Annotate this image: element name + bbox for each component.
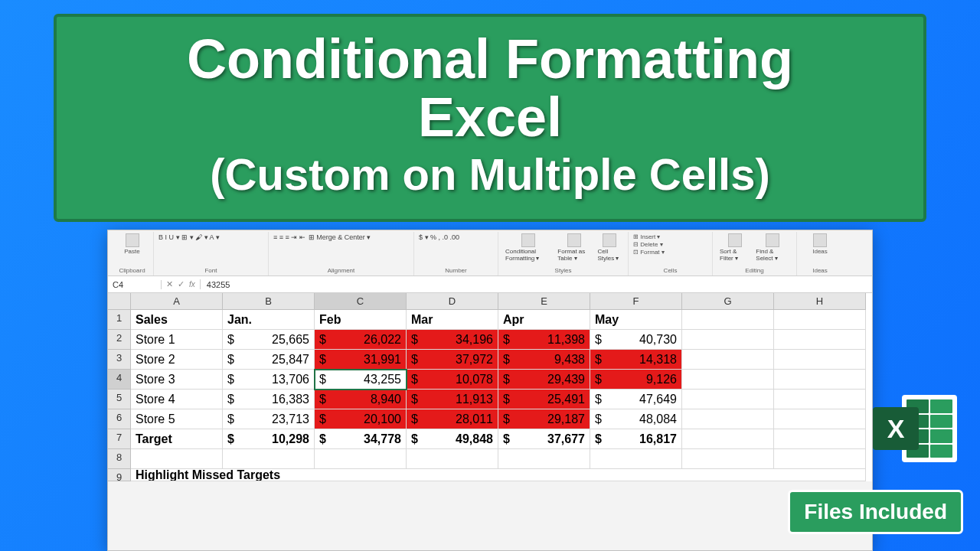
cell-D8[interactable] <box>407 449 498 469</box>
cell-H4[interactable] <box>774 370 866 390</box>
cell-E6[interactable]: $29,187 <box>498 409 590 429</box>
number-controls[interactable]: $ ▾ % , .0 .00 <box>419 233 493 241</box>
cell-D1[interactable]: Mar <box>407 310 498 330</box>
cell-F1[interactable]: May <box>590 310 682 330</box>
cell-G1[interactable] <box>682 310 774 330</box>
cell-C2[interactable]: $26,022 <box>315 330 407 350</box>
cell-D2[interactable]: $34,196 <box>407 330 498 350</box>
cell-E7[interactable]: $37,677 <box>498 429 590 449</box>
sort-filter-button[interactable]: Sort & Filter ▾ <box>717 233 752 262</box>
align-controls[interactable]: ≡ ≡ ≡ ⇥ ⇤ <box>273 233 305 241</box>
cell-A9[interactable]: Highlight Missed Targets <box>131 469 866 481</box>
cancel-icon[interactable]: ✕ <box>166 279 173 289</box>
merge-center-button[interactable]: ⊞ Merge & Center ▾ <box>309 233 371 241</box>
fx-controls[interactable]: ✕ ✓ fx <box>162 279 201 289</box>
cell-B1[interactable]: Jan. <box>223 310 315 330</box>
cell-A1[interactable]: Sales <box>131 310 223 330</box>
cell-C4[interactable]: $43,255 <box>315 370 407 390</box>
cell-F8[interactable] <box>590 449 682 469</box>
cell-H5[interactable] <box>774 390 866 409</box>
cell-C6[interactable]: $20,100 <box>315 409 407 429</box>
cell-G4[interactable] <box>682 370 774 390</box>
format-as-table-button[interactable]: Format as Table ▾ <box>555 233 593 262</box>
formula-value[interactable]: 43255 <box>201 280 237 289</box>
conditional-formatting-button[interactable]: Conditional Formatting ▾ <box>503 233 554 262</box>
cell-F3[interactable]: $14,318 <box>590 350 682 370</box>
cell-G6[interactable] <box>682 409 774 429</box>
cell-C8[interactable] <box>315 449 407 469</box>
delete-button[interactable]: ⊟ Delete ▾ <box>633 241 707 248</box>
select-all-corner[interactable] <box>108 293 131 310</box>
cell-A6[interactable]: Store 5 <box>131 409 223 429</box>
row-header-2[interactable]: 2 <box>108 330 131 350</box>
font-controls[interactable]: B I U ▾ ⊞ ▾ 🖌 ▾ A ▾ <box>158 233 263 241</box>
cell-G8[interactable] <box>682 449 774 469</box>
col-header-G[interactable]: G <box>682 293 774 310</box>
cell-E8[interactable] <box>498 449 590 469</box>
col-header-B[interactable]: B <box>223 293 315 310</box>
row-header-8[interactable]: 8 <box>108 449 131 469</box>
name-box[interactable]: C4 <box>108 280 162 289</box>
cell-C7[interactable]: $34,778 <box>315 429 407 449</box>
cell-E5[interactable]: $25,491 <box>498 390 590 409</box>
cell-F2[interactable]: $40,730 <box>590 330 682 350</box>
cell-B4[interactable]: $13,706 <box>223 370 315 390</box>
cell-A3[interactable]: Store 2 <box>131 350 223 370</box>
row-header-6[interactable]: 6 <box>108 409 131 429</box>
cell-A2[interactable]: Store 1 <box>131 330 223 350</box>
format-button[interactable]: ⊡ Format ▾ <box>633 249 707 256</box>
cell-G2[interactable] <box>682 330 774 350</box>
col-header-E[interactable]: E <box>498 293 590 310</box>
cell-B3[interactable]: $25,847 <box>223 350 315 370</box>
row-header-4[interactable]: 4 <box>108 370 131 390</box>
cell-A8[interactable] <box>131 449 223 469</box>
col-header-H[interactable]: H <box>774 293 866 310</box>
cell-C3[interactable]: $31,991 <box>315 350 407 370</box>
cell-B5[interactable]: $16,383 <box>223 390 315 409</box>
row-header-5[interactable]: 5 <box>108 390 131 409</box>
cell-D7[interactable]: $49,848 <box>407 429 498 449</box>
cell-E4[interactable]: $29,439 <box>498 370 590 390</box>
cell-B2[interactable]: $25,665 <box>223 330 315 350</box>
cell-B8[interactable] <box>223 449 315 469</box>
cell-F6[interactable]: $48,084 <box>590 409 682 429</box>
col-header-A[interactable]: A <box>131 293 223 310</box>
cell-C5[interactable]: $8,940 <box>315 390 407 409</box>
cell-D4[interactable]: $10,078 <box>407 370 498 390</box>
cell-A7[interactable]: Target <box>131 429 223 449</box>
cell-B6[interactable]: $23,713 <box>223 409 315 429</box>
cell-H6[interactable] <box>774 409 866 429</box>
row-header-3[interactable]: 3 <box>108 350 131 370</box>
fx-icon[interactable]: fx <box>189 280 195 289</box>
paste-button[interactable]: Paste <box>116 233 149 255</box>
cell-H7[interactable] <box>774 429 866 449</box>
cell-F7[interactable]: $16,817 <box>590 429 682 449</box>
cell-D3[interactable]: $37,972 <box>407 350 498 370</box>
cell-A4[interactable]: Store 3 <box>131 370 223 390</box>
col-header-F[interactable]: F <box>590 293 682 310</box>
cell-H2[interactable] <box>774 330 866 350</box>
cell-B7[interactable]: $10,298 <box>223 429 315 449</box>
cell-E2[interactable]: $11,398 <box>498 330 590 350</box>
cell-G5[interactable] <box>682 390 774 409</box>
cell-E1[interactable]: Apr <box>498 310 590 330</box>
cell-C1[interactable]: Feb <box>315 310 407 330</box>
cell-G7[interactable] <box>682 429 774 449</box>
cell-G3[interactable] <box>682 350 774 370</box>
row-header-9[interactable]: 9 <box>108 469 131 481</box>
find-select-button[interactable]: Find & Select ▾ <box>753 233 792 262</box>
cell-H1[interactable] <box>774 310 866 330</box>
cell-A5[interactable]: Store 4 <box>131 390 223 409</box>
cell-F4[interactable]: $9,126 <box>590 370 682 390</box>
cell-styles-button[interactable]: Cell Styles ▾ <box>595 233 623 262</box>
row-header-7[interactable]: 7 <box>108 429 131 449</box>
cell-E3[interactable]: $9,438 <box>498 350 590 370</box>
col-header-C[interactable]: C <box>315 293 407 310</box>
cell-H8[interactable] <box>774 449 866 469</box>
col-header-D[interactable]: D <box>407 293 498 310</box>
ideas-button[interactable]: Ideas <box>802 233 838 255</box>
insert-button[interactable]: ⊞ Insert ▾ <box>633 233 707 240</box>
cell-D5[interactable]: $11,913 <box>407 390 498 409</box>
cell-F5[interactable]: $47,649 <box>590 390 682 409</box>
cell-H3[interactable] <box>774 350 866 370</box>
